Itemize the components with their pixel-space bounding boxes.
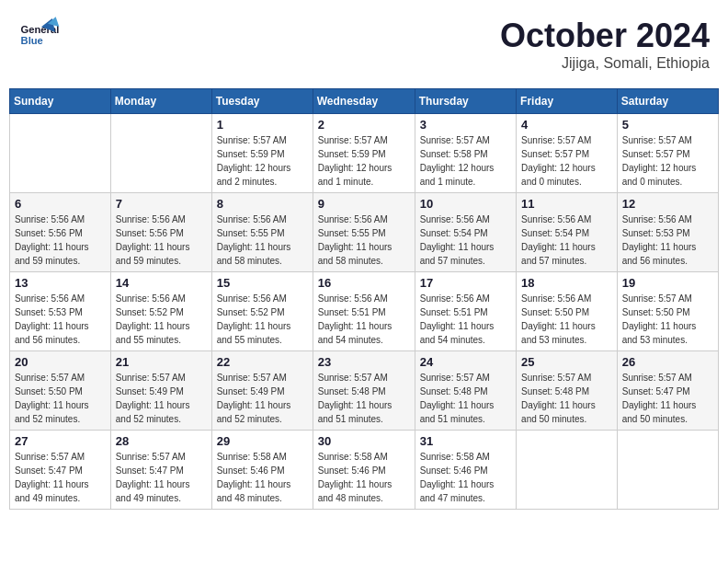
calendar-cell xyxy=(10,114,111,193)
day-number: 30 xyxy=(318,434,410,448)
page-header: General Blue October 2024 Jijiga, Somali… xyxy=(9,9,719,79)
calendar-cell: 9Sunrise: 5:56 AMSunset: 5:55 PMDaylight… xyxy=(313,193,415,272)
day-number: 9 xyxy=(318,197,410,211)
day-info: Sunrise: 5:56 AMSunset: 5:53 PMDaylight:… xyxy=(15,292,106,347)
day-number: 15 xyxy=(217,276,308,290)
weekday-header-wednesday: Wednesday xyxy=(313,89,415,114)
calendar-cell: 16Sunrise: 5:56 AMSunset: 5:51 PMDayligh… xyxy=(313,272,415,351)
day-info: Sunrise: 5:56 AMSunset: 5:54 PMDaylight:… xyxy=(521,213,612,268)
day-info: Sunrise: 5:57 AMSunset: 5:59 PMDaylight:… xyxy=(217,133,308,189)
day-number: 4 xyxy=(521,118,612,132)
day-number: 5 xyxy=(622,118,713,132)
day-info: Sunrise: 5:57 AMSunset: 5:47 PMDaylight:… xyxy=(15,450,106,505)
calendar-cell: 30Sunrise: 5:58 AMSunset: 5:46 PMDayligh… xyxy=(313,431,415,510)
day-info: Sunrise: 5:57 AMSunset: 5:59 PMDaylight:… xyxy=(318,133,410,189)
day-info: Sunrise: 5:56 AMSunset: 5:50 PMDaylight:… xyxy=(521,292,612,347)
day-number: 25 xyxy=(521,355,612,369)
day-number: 31 xyxy=(420,434,511,448)
day-number: 1 xyxy=(217,118,308,132)
calendar-cell: 8Sunrise: 5:56 AMSunset: 5:55 PMDaylight… xyxy=(211,193,313,272)
day-info: Sunrise: 5:56 AMSunset: 5:56 PMDaylight:… xyxy=(116,213,207,268)
day-number: 23 xyxy=(318,355,410,369)
day-number: 27 xyxy=(15,434,106,448)
day-info: Sunrise: 5:57 AMSunset: 5:48 PMDaylight:… xyxy=(521,371,612,426)
month-title: October 2024 xyxy=(500,17,710,55)
day-info: Sunrise: 5:56 AMSunset: 5:52 PMDaylight:… xyxy=(116,292,207,347)
calendar-cell: 7Sunrise: 5:56 AMSunset: 5:56 PMDaylight… xyxy=(110,193,211,272)
weekday-header-saturday: Saturday xyxy=(617,89,718,114)
weekday-header-monday: Monday xyxy=(110,89,211,114)
day-number: 26 xyxy=(622,355,713,369)
calendar-cell: 23Sunrise: 5:57 AMSunset: 5:48 PMDayligh… xyxy=(313,351,415,431)
calendar-cell: 6Sunrise: 5:56 AMSunset: 5:56 PMDaylight… xyxy=(10,193,111,272)
day-info: Sunrise: 5:56 AMSunset: 5:55 PMDaylight:… xyxy=(217,213,308,268)
day-info: Sunrise: 5:56 AMSunset: 5:56 PMDaylight:… xyxy=(15,213,106,268)
calendar-week-row: 20Sunrise: 5:57 AMSunset: 5:50 PMDayligh… xyxy=(10,351,719,431)
calendar-cell: 29Sunrise: 5:58 AMSunset: 5:46 PMDayligh… xyxy=(211,431,313,510)
weekday-header-tuesday: Tuesday xyxy=(211,89,313,114)
day-number: 21 xyxy=(116,355,207,369)
calendar-week-row: 13Sunrise: 5:56 AMSunset: 5:53 PMDayligh… xyxy=(10,272,719,351)
calendar-cell: 17Sunrise: 5:56 AMSunset: 5:51 PMDayligh… xyxy=(415,272,516,351)
day-info: Sunrise: 5:57 AMSunset: 5:50 PMDaylight:… xyxy=(622,292,713,347)
day-info: Sunrise: 5:57 AMSunset: 5:49 PMDaylight:… xyxy=(116,371,207,426)
day-number: 20 xyxy=(15,355,106,369)
calendar-week-row: 6Sunrise: 5:56 AMSunset: 5:56 PMDaylight… xyxy=(10,193,719,272)
calendar-cell: 10Sunrise: 5:56 AMSunset: 5:54 PMDayligh… xyxy=(415,193,516,272)
day-info: Sunrise: 5:57 AMSunset: 5:47 PMDaylight:… xyxy=(116,450,207,505)
day-number: 14 xyxy=(116,276,207,290)
calendar-cell: 28Sunrise: 5:57 AMSunset: 5:47 PMDayligh… xyxy=(110,431,211,510)
title-block: October 2024 Jijiga, Somali, Ethiopia xyxy=(500,17,710,72)
day-info: Sunrise: 5:57 AMSunset: 5:58 PMDaylight:… xyxy=(420,133,511,189)
day-info: Sunrise: 5:56 AMSunset: 5:55 PMDaylight:… xyxy=(318,213,410,268)
day-number: 16 xyxy=(318,276,410,290)
calendar-cell: 18Sunrise: 5:56 AMSunset: 5:50 PMDayligh… xyxy=(517,272,618,351)
day-info: Sunrise: 5:58 AMSunset: 5:46 PMDaylight:… xyxy=(217,450,308,505)
calendar-cell: 12Sunrise: 5:56 AMSunset: 5:53 PMDayligh… xyxy=(617,193,718,272)
location-subtitle: Jijiga, Somali, Ethiopia xyxy=(500,55,710,72)
day-info: Sunrise: 5:56 AMSunset: 5:54 PMDaylight:… xyxy=(420,213,511,268)
calendar-cell: 13Sunrise: 5:56 AMSunset: 5:53 PMDayligh… xyxy=(10,272,111,351)
calendar-cell xyxy=(517,431,618,510)
day-number: 29 xyxy=(217,434,308,448)
day-info: Sunrise: 5:56 AMSunset: 5:53 PMDaylight:… xyxy=(622,213,713,268)
logo: General Blue xyxy=(18,17,64,53)
calendar-cell: 31Sunrise: 5:58 AMSunset: 5:46 PMDayligh… xyxy=(415,431,516,510)
calendar-cell: 26Sunrise: 5:57 AMSunset: 5:47 PMDayligh… xyxy=(617,351,718,431)
weekday-header-friday: Friday xyxy=(517,89,618,114)
calendar-cell: 24Sunrise: 5:57 AMSunset: 5:48 PMDayligh… xyxy=(415,351,516,431)
calendar-cell: 25Sunrise: 5:57 AMSunset: 5:48 PMDayligh… xyxy=(517,351,618,431)
calendar-cell: 5Sunrise: 5:57 AMSunset: 5:57 PMDaylight… xyxy=(617,114,718,193)
day-info: Sunrise: 5:57 AMSunset: 5:57 PMDaylight:… xyxy=(521,133,612,189)
day-info: Sunrise: 5:56 AMSunset: 5:51 PMDaylight:… xyxy=(318,292,410,347)
weekday-header-row: SundayMondayTuesdayWednesdayThursdayFrid… xyxy=(10,89,719,114)
day-info: Sunrise: 5:57 AMSunset: 5:49 PMDaylight:… xyxy=(217,371,308,426)
day-info: Sunrise: 5:57 AMSunset: 5:47 PMDaylight:… xyxy=(622,371,713,426)
day-number: 11 xyxy=(521,197,612,211)
weekday-header-thursday: Thursday xyxy=(415,89,516,114)
day-number: 10 xyxy=(420,197,511,211)
calendar-cell: 15Sunrise: 5:56 AMSunset: 5:52 PMDayligh… xyxy=(211,272,313,351)
day-info: Sunrise: 5:58 AMSunset: 5:46 PMDaylight:… xyxy=(318,450,410,505)
calendar-cell: 2Sunrise: 5:57 AMSunset: 5:59 PMDaylight… xyxy=(313,114,415,193)
calendar-cell: 1Sunrise: 5:57 AMSunset: 5:59 PMDaylight… xyxy=(211,114,313,193)
day-number: 13 xyxy=(15,276,106,290)
day-number: 22 xyxy=(217,355,308,369)
calendar-table: SundayMondayTuesdayWednesdayThursdayFrid… xyxy=(9,88,719,510)
day-info: Sunrise: 5:56 AMSunset: 5:51 PMDaylight:… xyxy=(420,292,511,347)
day-number: 3 xyxy=(420,118,511,132)
calendar-cell: 11Sunrise: 5:56 AMSunset: 5:54 PMDayligh… xyxy=(517,193,618,272)
day-number: 12 xyxy=(622,197,713,211)
day-number: 18 xyxy=(521,276,612,290)
day-number: 8 xyxy=(217,197,308,211)
day-number: 28 xyxy=(116,434,207,448)
calendar-cell: 19Sunrise: 5:57 AMSunset: 5:50 PMDayligh… xyxy=(617,272,718,351)
calendar-cell: 21Sunrise: 5:57 AMSunset: 5:49 PMDayligh… xyxy=(110,351,211,431)
calendar-week-row: 1Sunrise: 5:57 AMSunset: 5:59 PMDaylight… xyxy=(10,114,719,193)
weekday-header-sunday: Sunday xyxy=(10,89,111,114)
day-number: 7 xyxy=(116,197,207,211)
day-number: 2 xyxy=(318,118,410,132)
day-number: 6 xyxy=(15,197,106,211)
day-info: Sunrise: 5:58 AMSunset: 5:46 PMDaylight:… xyxy=(420,450,511,505)
day-info: Sunrise: 5:56 AMSunset: 5:52 PMDaylight:… xyxy=(217,292,308,347)
